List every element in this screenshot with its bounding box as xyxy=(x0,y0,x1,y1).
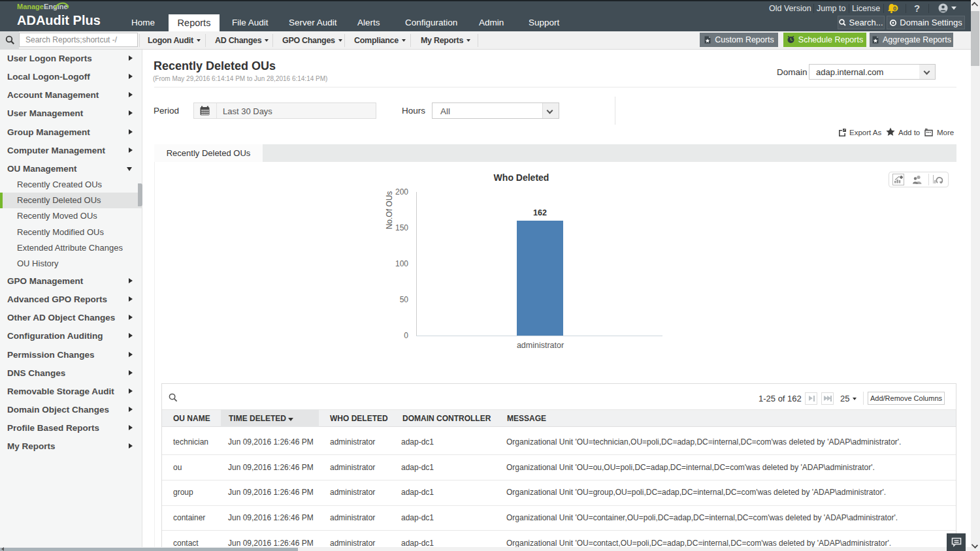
svg-text:0: 0 xyxy=(893,5,896,12)
